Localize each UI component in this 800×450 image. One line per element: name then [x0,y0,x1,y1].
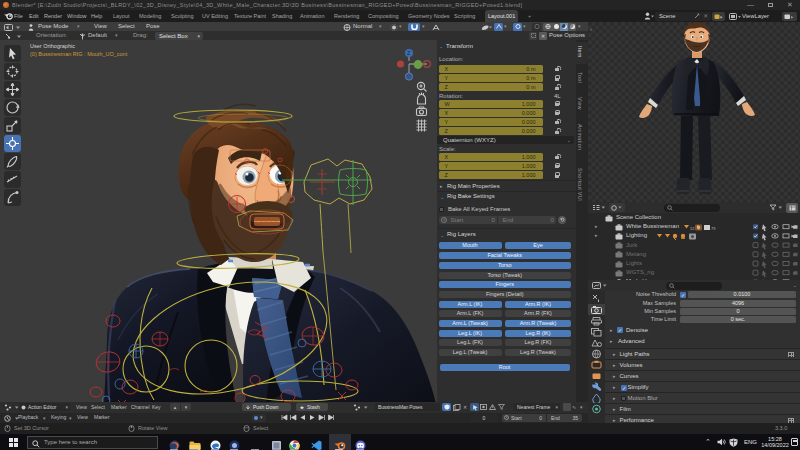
svg-text:79: 79 [711,225,716,230]
svg-text:12: 12 [690,226,695,231]
